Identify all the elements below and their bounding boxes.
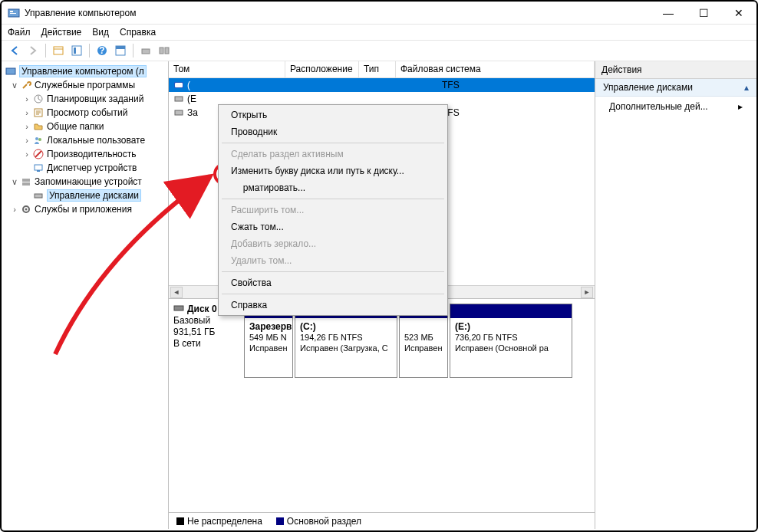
tree-root[interactable]: Управление компьютером (л [2, 64, 168, 78]
toolbar-btn-3[interactable] [112, 42, 129, 59]
svg-rect-26 [175, 83, 183, 87]
ctx-make-active: Сделать раздел активным [220, 146, 446, 163]
svg-rect-3 [54, 47, 63, 54]
tree-services[interactable]: › Службы и приложения [2, 202, 168, 216]
tree-event-viewer[interactable]: › Просмотр событий [2, 106, 168, 120]
tree-performance[interactable]: › Производительность [2, 147, 168, 161]
svg-point-16 [35, 137, 38, 140]
svg-rect-22 [22, 182, 30, 186]
computer-icon [5, 65, 17, 77]
tree-scheduler[interactable]: › Планировщик заданий [2, 92, 168, 106]
col-layout[interactable]: Расположение [285, 61, 359, 77]
col-type[interactable]: Тип [359, 61, 396, 77]
scroll-right-icon[interactable]: ► [581, 287, 593, 298]
tree-disk-management[interactable]: Управление дисками [2, 189, 168, 202]
actions-more[interactable]: Дополнительные дей... ▸ [595, 97, 756, 117]
tree-pane: Управление компьютером (л ∨ Служебные пр… [2, 61, 169, 529]
volume-icon [173, 107, 184, 118]
ctx-explorer[interactable]: Проводник [220, 123, 446, 140]
svg-rect-20 [37, 170, 40, 172]
perf-icon [32, 148, 44, 160]
collapse-icon[interactable]: ▴ [744, 82, 749, 93]
clock-icon [32, 93, 44, 105]
menu-view[interactable]: Вид [92, 27, 109, 38]
ctx-add-mirror: Добавить зеркало... [220, 235, 446, 252]
users-icon [32, 134, 44, 146]
legend: Не распределена Основной раздел [169, 512, 595, 529]
toolbar-btn-2[interactable] [68, 42, 85, 59]
toolbar-btn-4[interactable] [137, 42, 154, 59]
col-fs[interactable]: Файловая система [396, 61, 595, 77]
app-icon [8, 7, 20, 19]
tree-local-users[interactable]: › Локальные пользовате [2, 133, 168, 147]
actions-section[interactable]: Управление дисками ▴ [595, 79, 756, 97]
disk-icon [173, 304, 184, 315]
event-icon [32, 107, 44, 119]
window-title: Управление компьютером [25, 8, 750, 18]
close-button[interactable]: ✕ [721, 2, 756, 25]
svg-rect-5 [74, 48, 76, 54]
ctx-open[interactable]: Открыть [220, 107, 446, 123]
svg-point-17 [38, 138, 41, 141]
svg-rect-9 [116, 46, 125, 49]
maximize-button[interactable]: ☐ [686, 2, 721, 25]
toolbar: ? [2, 40, 756, 61]
menu-help[interactable]: Справка [120, 27, 156, 38]
scroll-left-icon[interactable]: ◄ [170, 287, 183, 298]
menu-action[interactable]: Действие [41, 27, 82, 38]
menu-file[interactable]: Файл [8, 27, 31, 38]
svg-rect-28 [175, 110, 183, 115]
storage-icon [20, 176, 32, 188]
ctx-properties[interactable]: Свойства [220, 274, 446, 291]
col-volume[interactable]: Том [169, 61, 285, 77]
toolbar-btn-1[interactable] [50, 42, 67, 59]
ctx-change-letter[interactable]: Изменить букву диска или путь к диску... [220, 163, 446, 179]
actions-header: Действия [595, 61, 756, 79]
volume-list-header: Том Расположение Тип Файловая система [169, 61, 595, 78]
toolbar-btn-5[interactable] [156, 42, 173, 59]
chevron-right-icon: ▸ [738, 101, 743, 112]
minimize-button[interactable]: — [651, 2, 686, 25]
ctx-delete: Удалить том... [220, 252, 446, 269]
back-button[interactable] [6, 42, 23, 59]
tree-device-manager[interactable]: Диспетчер устройств [2, 161, 168, 175]
svg-rect-10 [142, 49, 150, 54]
context-menu: Открыть Проводник Сделать раздел активны… [218, 104, 448, 316]
volume-row-selected[interactable]: ( TFS [169, 78, 595, 92]
svg-rect-29 [174, 306, 183, 310]
svg-rect-19 [35, 165, 42, 170]
svg-rect-4 [72, 46, 81, 55]
actions-pane: Действия Управление дисками ▴ Дополнител… [595, 61, 756, 529]
svg-rect-11 [160, 48, 163, 54]
svg-rect-1 [10, 11, 13, 12]
svg-text:?: ? [99, 45, 104, 56]
svg-rect-12 [165, 48, 169, 54]
folder-icon [32, 120, 44, 133]
help-button[interactable]: ? [94, 42, 110, 59]
volume-icon [173, 80, 184, 90]
menubar: Файл Действие Вид Справка [2, 25, 756, 40]
tree-storage[interactable]: ∨ Запоминающие устройст [2, 175, 168, 189]
volume-icon [173, 94, 184, 104]
svg-rect-27 [175, 97, 183, 101]
forward-button[interactable] [25, 42, 41, 59]
partition[interactable]: (E:)736,20 ГБ NTFSИсправен (Основной ра [450, 304, 572, 378]
device-icon [32, 162, 44, 174]
ctx-extend: Расширить том... [220, 202, 446, 218]
titlebar: Управление компьютером — ☐ ✕ [2, 2, 756, 25]
services-icon [20, 203, 32, 215]
tree-shared-folders[interactable]: › Общие папки [2, 120, 168, 133]
svg-rect-21 [22, 179, 30, 182]
ctx-help[interactable]: Справка [220, 297, 446, 314]
svg-rect-13 [6, 68, 15, 74]
disk-icon [32, 189, 44, 202]
svg-rect-23 [35, 194, 42, 198]
svg-point-25 [25, 209, 28, 211]
ctx-format: Форматировать... [220, 179, 446, 196]
ctx-shrink[interactable]: Сжать том... [220, 218, 446, 235]
svg-rect-2 [10, 13, 16, 14]
tools-icon [20, 79, 32, 91]
tree-system-tools[interactable]: ∨ Служебные программы [2, 78, 168, 92]
